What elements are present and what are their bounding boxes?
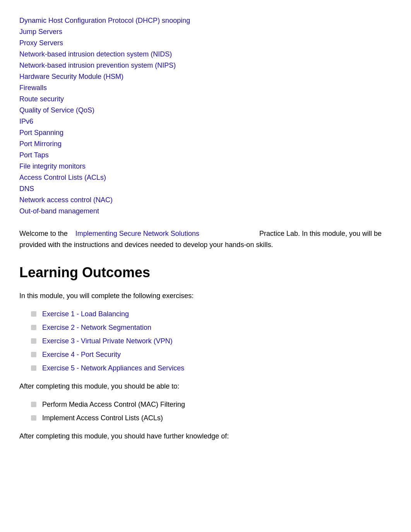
topic-item-0[interactable]: Dynamic Host Configuration Protocol (DHC… — [19, 15, 392, 26]
exercise-bullet-2 — [31, 338, 36, 344]
intro-paragraph: In this module, you will complete the fo… — [19, 291, 392, 301]
topic-item-3[interactable]: Network-based intrusion detection system… — [19, 49, 392, 60]
exercise-bullet-4 — [31, 365, 36, 371]
outcome-list: Perform Media Access Control (MAC) Filte… — [31, 399, 392, 423]
outcome-bullet-1 — [31, 415, 36, 421]
exercise-item-0[interactable]: Exercise 1 - Load Balancing — [31, 309, 392, 319]
topic-item-4[interactable]: Network-based intrusion prevention syste… — [19, 60, 392, 71]
after-completing-1: After completing this module, you should… — [19, 381, 392, 392]
topic-item-16[interactable]: Network access control (NAC) — [19, 195, 392, 205]
topic-item-13[interactable]: File integrity monitors — [19, 161, 392, 172]
topic-item-1[interactable]: Jump Servers — [19, 27, 392, 37]
topic-item-5[interactable]: Hardware Security Module (HSM) — [19, 72, 392, 82]
topic-list: Dynamic Host Configuration Protocol (DHC… — [19, 15, 392, 217]
learning-outcomes-heading: Learning Outcomes — [19, 262, 392, 283]
outcome-text-0: Perform Media Access Control (MAC) Filte… — [42, 399, 185, 410]
exercise-item-1[interactable]: Exercise 2 - Network Segmentation — [31, 322, 392, 333]
exercise-list: Exercise 1 - Load BalancingExercise 2 - … — [31, 309, 392, 373]
topic-item-6[interactable]: Firewalls — [19, 83, 392, 93]
exercise-link-2[interactable]: Exercise 3 - Virtual Private Network (VP… — [42, 336, 173, 346]
exercise-link-4[interactable]: Exercise 5 - Network Appliances and Serv… — [42, 363, 184, 373]
exercise-bullet-3 — [31, 352, 36, 357]
topic-item-2[interactable]: Proxy Servers — [19, 38, 392, 48]
exercise-item-4[interactable]: Exercise 5 - Network Appliances and Serv… — [31, 363, 392, 373]
welcome-prefix: Welcome to the — [19, 230, 68, 237]
lab-title: Implementing Secure Network Solutions — [75, 230, 199, 237]
topic-item-8[interactable]: Quality of Service (QoS) — [19, 105, 392, 116]
exercise-item-3[interactable]: Exercise 4 - Port Security — [31, 350, 392, 360]
outcome-text-1: Implement Access Control Lists (ACLs) — [42, 413, 163, 423]
topic-item-15[interactable]: DNS — [19, 184, 392, 194]
exercise-item-2[interactable]: Exercise 3 - Virtual Private Network (VP… — [31, 336, 392, 346]
exercise-link-0[interactable]: Exercise 1 - Load Balancing — [42, 309, 129, 319]
topic-item-10[interactable]: Port Spanning — [19, 128, 392, 138]
exercise-bullet-0 — [31, 311, 36, 317]
exercise-link-3[interactable]: Exercise 4 - Port Security — [42, 350, 121, 360]
exercise-bullet-1 — [31, 325, 36, 330]
exercise-link-1[interactable]: Exercise 2 - Network Segmentation — [42, 322, 151, 333]
outcome-bullet-0 — [31, 402, 36, 407]
topic-item-17[interactable]: Out-of-band management — [19, 206, 392, 217]
outcome-item-1: Implement Access Control Lists (ACLs) — [31, 413, 392, 423]
topic-item-14[interactable]: Access Control Lists (ACLs) — [19, 172, 392, 183]
topic-item-12[interactable]: Port Taps — [19, 150, 392, 160]
topic-item-11[interactable]: Port Mirroring — [19, 139, 392, 149]
welcome-paragraph: Welcome to the Implementing Secure Netwo… — [19, 228, 392, 251]
after-completing-2: After completing this module, you should… — [19, 431, 392, 442]
topic-item-7[interactable]: Route security — [19, 94, 392, 104]
welcome-suffix: Practice Lab. In this module, you will b… — [19, 230, 382, 249]
outcome-item-0: Perform Media Access Control (MAC) Filte… — [31, 399, 392, 410]
topic-item-9[interactable]: IPv6 — [19, 116, 392, 127]
